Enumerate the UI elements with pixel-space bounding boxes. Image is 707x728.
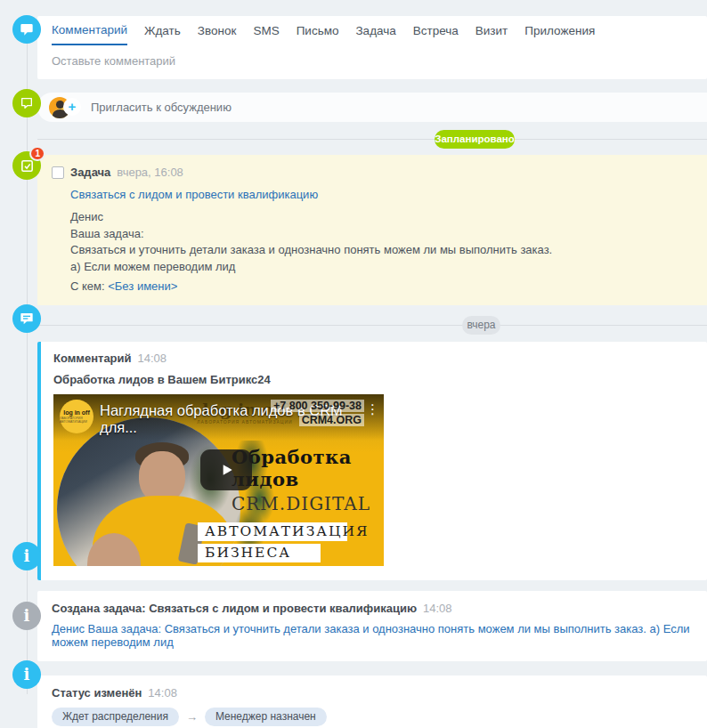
- day-badge: вчера: [462, 316, 500, 335]
- status-changed-title: Статус изменён: [52, 686, 142, 700]
- video-thumbnail[interactable]: log in off ЛАБОРАТОРИЯ АВТОМАТИЗАЦИИ log…: [53, 394, 384, 566]
- tab-call[interactable]: Звонок: [198, 16, 237, 45]
- task-created-title: Создана задача: Связаться с лидом и пров…: [52, 602, 417, 615]
- task-type-label: Задача: [70, 166, 110, 179]
- avatar: +: [49, 97, 83, 118]
- tab-task[interactable]: Задача: [355, 16, 395, 45]
- channel-logo: log in off ЛАБОРАТОРИЯ АВТОМАТИЗАЦИИ: [60, 400, 93, 433]
- planned-badge: Запланировано: [435, 130, 515, 149]
- status-changed-time: 14:08: [148, 686, 177, 700]
- comment-card: Комментарий 14:08 Обработка лидов в Ваше…: [37, 342, 707, 580]
- status-changed-card: Статус изменён 14:08 Ждет распределения …: [37, 675, 707, 728]
- planned-divider: Запланировано: [37, 130, 707, 149]
- task-with-label: С кем:: [70, 279, 105, 293]
- task-card: Задача вчера, 16:08 Связаться с лидом и …: [37, 155, 707, 305]
- play-icon: [217, 461, 235, 479]
- comment-time: 14:08: [138, 352, 167, 365]
- task-created-link[interactable]: Денис Ваша задача: Связаться и уточнить …: [52, 622, 693, 649]
- tab-wait[interactable]: Ждать: [144, 16, 181, 45]
- status-from-badge: Ждет распределения: [52, 708, 179, 726]
- chat-outline-icon: [12, 89, 41, 117]
- task-counter-badge: 1: [29, 146, 45, 161]
- info-icon: i: [12, 602, 41, 630]
- tab-email[interactable]: Письмо: [297, 16, 339, 45]
- task-time: вчера, 16:08: [117, 166, 183, 179]
- play-button[interactable]: [200, 449, 252, 490]
- task-contact-link[interactable]: <Без имени>: [108, 279, 177, 293]
- site-url: CRM4.ORG: [299, 414, 364, 426]
- activity-composer-card: Комментарий Ждать Звонок SMS Письмо Зада…: [37, 16, 707, 79]
- day-divider: вчера: [37, 316, 707, 335]
- video-menu-icon[interactable]: ⋮: [366, 401, 379, 417]
- task-title-link[interactable]: Связаться с лидом и провести квалификаци…: [70, 188, 318, 201]
- task-created-card: Создана задача: Связаться с лидом и пров…: [37, 591, 707, 661]
- info-icon: i: [12, 542, 41, 570]
- status-to-badge: Менеджер назначен: [205, 708, 327, 726]
- tab-comment[interactable]: Комментарий: [52, 16, 127, 45]
- info-icon: i: [12, 660, 41, 689]
- comment-bubble-icon: [12, 15, 41, 44]
- comment-type-label: Комментарий: [53, 352, 132, 365]
- add-user-icon: +: [63, 98, 81, 116]
- tab-visit[interactable]: Визит: [475, 16, 508, 45]
- task-check-icon: 1: [12, 151, 41, 180]
- comment-input[interactable]: Оставьте комментарий: [37, 45, 707, 79]
- timeline-rail: [27, 29, 28, 694]
- video-contact-info: +7 800 350-99-38 CRM4.ORG: [271, 399, 364, 427]
- tab-sms[interactable]: SMS: [253, 16, 279, 45]
- task-description: Денис Ваша задача: Связаться и уточнить …: [70, 210, 693, 274]
- arrow-right-icon: →: [186, 710, 198, 724]
- invite-to-discussion[interactable]: + Пригласить к обсуждению: [37, 93, 707, 122]
- task-created-time: 14:08: [423, 602, 452, 615]
- tab-meeting[interactable]: Встреча: [413, 16, 459, 45]
- invite-label: Пригласить к обсуждению: [91, 101, 232, 114]
- comment-lines-icon: [12, 304, 41, 333]
- activity-tabs: Комментарий Ждать Звонок SMS Письмо Зада…: [37, 16, 707, 45]
- task-checkbox[interactable]: [52, 166, 64, 179]
- phone-number: +7 800 350-99-38: [271, 400, 364, 412]
- video-caption: Обработка лидов CRM.DIGITAL: [232, 446, 384, 514]
- tab-apps[interactable]: Приложения: [524, 16, 595, 45]
- video-banner: АВТОМАТИЗАЦИЯ БИЗНЕСА: [198, 522, 347, 562]
- comment-title: Обработка лидов в Вашем Битрикс24: [53, 373, 695, 386]
